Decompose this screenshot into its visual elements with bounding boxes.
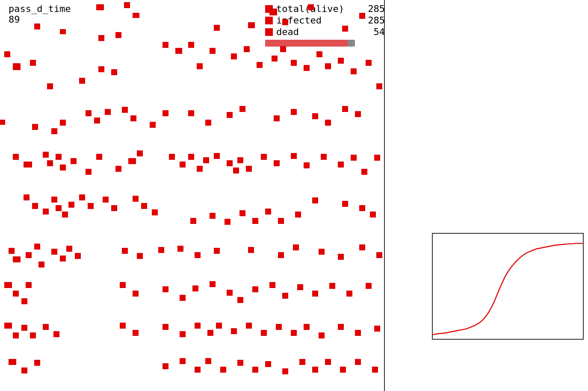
particle <box>94 118 100 123</box>
particle <box>30 332 36 338</box>
particle <box>4 51 10 57</box>
particle <box>79 194 85 200</box>
particle <box>210 48 216 54</box>
particle <box>319 249 325 255</box>
particle <box>252 218 258 224</box>
particle <box>261 330 267 336</box>
particle <box>188 110 194 116</box>
particle <box>278 252 284 258</box>
particle <box>60 165 66 171</box>
particle <box>188 154 194 160</box>
particle <box>246 166 252 172</box>
particle <box>66 246 72 252</box>
particle <box>216 323 222 329</box>
particle <box>21 325 27 331</box>
dead-label: dead <box>276 26 370 37</box>
particle <box>190 218 196 224</box>
particle <box>86 110 92 116</box>
particle <box>257 62 263 68</box>
particle <box>239 106 245 112</box>
particle <box>265 209 271 215</box>
particle <box>351 68 357 74</box>
particle <box>133 330 139 336</box>
particle <box>248 22 255 28</box>
particle <box>163 110 168 116</box>
particle <box>197 63 203 69</box>
particle <box>304 65 310 71</box>
particle <box>246 323 252 329</box>
particle <box>163 286 168 292</box>
particle <box>43 209 49 215</box>
particle <box>295 212 301 218</box>
particle <box>261 154 267 160</box>
particle <box>274 115 280 121</box>
particle <box>370 212 376 218</box>
particle <box>304 324 310 330</box>
particle <box>207 330 213 336</box>
particle <box>96 4 104 10</box>
particle <box>312 367 318 373</box>
particle <box>205 120 211 126</box>
particle <box>195 252 201 258</box>
particle <box>355 359 361 365</box>
particle <box>321 154 327 160</box>
particle <box>338 254 344 260</box>
particle <box>291 109 297 115</box>
particle <box>338 58 344 64</box>
particle <box>214 25 220 31</box>
particle <box>62 212 68 218</box>
particle <box>124 2 130 8</box>
particle <box>329 283 335 289</box>
particle <box>71 158 77 164</box>
particle <box>163 324 168 330</box>
particle <box>195 367 201 373</box>
particle <box>111 205 117 211</box>
total-alive-value: 285 <box>368 3 385 14</box>
particle <box>51 249 57 255</box>
particle <box>60 29 66 34</box>
particle <box>312 291 318 297</box>
particle <box>21 298 27 304</box>
particle <box>214 153 220 159</box>
particle <box>60 120 66 126</box>
particle <box>0 120 5 125</box>
particle <box>340 367 346 373</box>
particle <box>227 290 233 296</box>
particle <box>372 367 378 373</box>
progress-bar-fill <box>265 40 348 47</box>
passed-time-display: pass_d_time 89 <box>9 3 71 25</box>
particle <box>197 166 203 172</box>
particle <box>272 56 278 62</box>
particle <box>312 113 318 119</box>
particle <box>355 111 361 117</box>
particle <box>180 295 186 301</box>
particle <box>9 359 16 365</box>
particle <box>244 46 250 52</box>
particle <box>282 368 288 374</box>
particle <box>141 203 147 209</box>
particle <box>312 197 318 203</box>
particle <box>24 162 32 168</box>
particle <box>280 46 286 52</box>
particle <box>195 323 201 329</box>
particle <box>13 154 19 160</box>
particle <box>239 210 245 216</box>
particle <box>203 157 209 163</box>
particle <box>158 247 164 253</box>
particle <box>137 150 143 156</box>
dead-row: dead 54 <box>265 26 385 37</box>
particle <box>60 256 66 262</box>
particle <box>252 286 258 292</box>
particle <box>205 358 211 364</box>
particle <box>180 331 186 337</box>
total-alive-label: total(alive) <box>276 3 364 14</box>
particle <box>13 291 19 297</box>
particle <box>325 120 331 126</box>
particle <box>265 361 271 367</box>
particle <box>355 330 361 336</box>
particle <box>68 202 74 208</box>
particle <box>133 291 139 297</box>
chart-panel <box>432 233 584 340</box>
particle <box>231 328 237 334</box>
particle <box>304 162 310 168</box>
